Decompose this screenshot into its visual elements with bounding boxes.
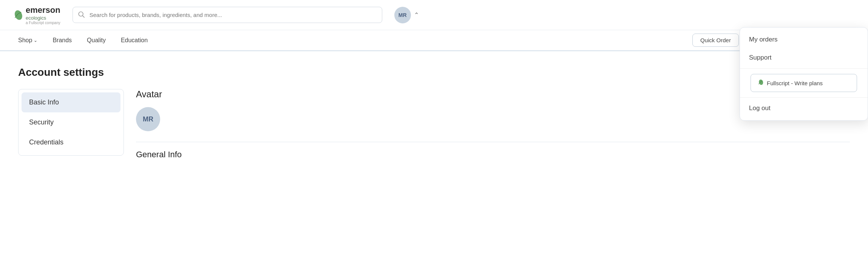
dropdown-item-support[interactable]: Support	[740, 49, 868, 67]
chevron-down-icon: ⌄	[34, 38, 37, 43]
search-bar	[73, 7, 382, 23]
nav-item-shop[interactable]: Shop ⌄	[12, 34, 43, 47]
nav-shop-label: Shop	[18, 37, 32, 44]
content-divider	[136, 142, 850, 142]
main-content: Account settings Basic Info Security Cre…	[0, 51, 868, 175]
chevron-up-icon[interactable]: ⌃	[414, 11, 419, 18]
general-info-title: General Info	[136, 150, 850, 160]
dropdown-item-my-orders[interactable]: My orders	[740, 31, 868, 49]
dropdown-divider	[740, 68, 868, 69]
fullscript-write-plans-button[interactable]: Fullscript - Write plans	[751, 74, 857, 92]
nav-left: Shop ⌄ Brands Quality Education	[12, 34, 692, 47]
sidebar: Basic Info Security Credentials	[18, 89, 124, 156]
nav-item-quality[interactable]: Quality	[81, 34, 112, 47]
fullscript-leaf-icon	[757, 79, 764, 87]
sidebar-item-credentials[interactable]: Credentials	[22, 132, 120, 152]
nav-bar: Shop ⌄ Brands Quality Education Quick Or…	[0, 30, 868, 51]
sidebar-item-basic-info[interactable]: Basic Info	[22, 92, 120, 112]
logo-main: emerson ecologics a Fullscript company	[12, 5, 60, 25]
page-title: Account settings	[18, 66, 850, 78]
svg-line-2	[82, 15, 84, 17]
svg-point-3	[758, 79, 764, 86]
fullscript-label: Fullscript - Write plans	[767, 80, 823, 86]
dropdown-item-log-out[interactable]: Log out	[740, 99, 868, 117]
logo-subtitle: a Fullscript company	[26, 21, 60, 25]
nav-quality-label: Quality	[87, 37, 106, 44]
dropdown-special-area: Fullscript - Write plans	[744, 70, 863, 96]
logo-leaf-icon	[12, 9, 23, 21]
nav-item-brands[interactable]: Brands	[46, 34, 78, 47]
dropdown-divider-2	[740, 97, 868, 98]
nav-brands-label: Brands	[53, 37, 72, 44]
search-input[interactable]	[73, 7, 382, 23]
search-icon	[78, 11, 85, 19]
dropdown-menu: My orders Support Fullscript - Write pla…	[740, 27, 868, 121]
svg-point-0	[14, 9, 23, 21]
logo-area: emerson ecologics a Fullscript company	[12, 5, 60, 25]
header: emerson ecologics a Fullscript company M…	[0, 0, 868, 30]
sidebar-item-security[interactable]: Security	[22, 112, 120, 132]
logo-text-emerson: emerson	[26, 5, 60, 15]
nav-education-label: Education	[121, 37, 148, 44]
avatar: MR	[136, 107, 160, 131]
user-area: MR ⌃	[394, 7, 419, 23]
logo-text-ecologics: ecologics	[26, 15, 60, 21]
nav-item-education[interactable]: Education	[115, 34, 154, 47]
quick-order-button[interactable]: Quick Order	[692, 34, 739, 47]
user-avatar-button[interactable]: MR	[394, 7, 411, 23]
